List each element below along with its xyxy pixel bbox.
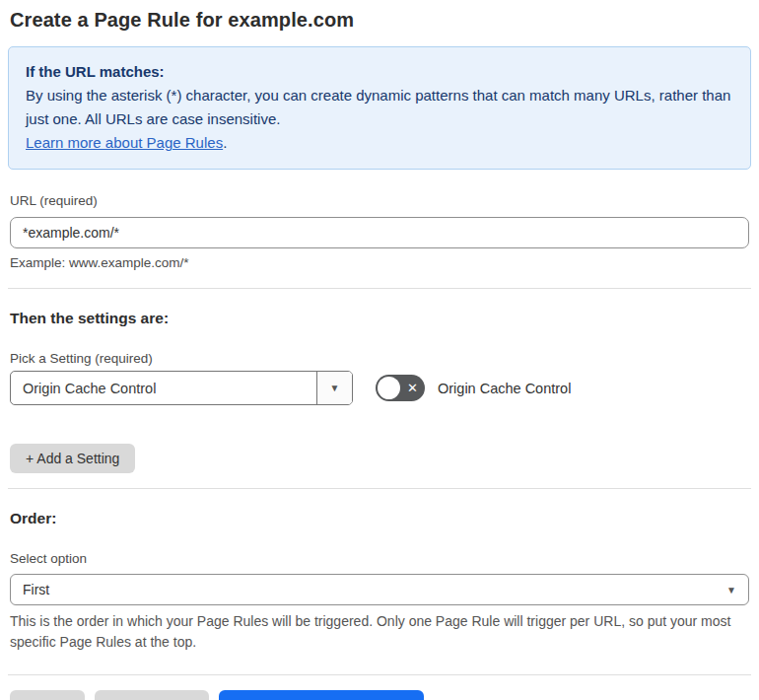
toggle-off-x-icon: ✕ (407, 382, 418, 394)
pick-setting-label: Pick a Setting (required) (10, 351, 749, 366)
page-rule-form: Create a Page Rule for example.com If th… (0, 0, 759, 700)
divider (8, 488, 751, 489)
toggle-label: Origin Cache Control (438, 381, 571, 396)
order-section-heading: Order: (10, 510, 749, 527)
chevron-down-icon: ▼ (330, 383, 340, 393)
url-match-info-box: If the URL matches: By using the asteris… (8, 46, 751, 170)
order-select-value: First (23, 582, 726, 597)
url-input[interactable] (10, 217, 749, 248)
url-field-label: URL (required) (10, 193, 749, 208)
divider (8, 288, 751, 289)
toggle-knob (378, 377, 400, 399)
url-example-helper: Example: www.example.com/* (10, 255, 749, 270)
info-box-link-line: Learn more about Page Rules. (26, 131, 733, 155)
link-period: . (223, 134, 227, 151)
info-box-body: By using the asterisk (*) character, you… (26, 84, 733, 131)
caret-down-icon: ▼ (726, 585, 736, 595)
info-box-heading: If the URL matches: (26, 60, 733, 84)
save-and-deploy-button[interactable]: Save and Deploy Page Rule (219, 690, 424, 700)
settings-section-heading: Then the settings are: (10, 310, 749, 327)
order-select-label: Select option (10, 551, 749, 566)
order-select[interactable]: First ▼ (10, 574, 749, 605)
cancel-button[interactable]: Cancel (10, 690, 85, 700)
footer-actions: Cancel Save as Draft Save and Deploy Pag… (10, 690, 749, 700)
setting-dropdown-value: Origin Cache Control (11, 372, 316, 404)
add-setting-button[interactable]: + Add a Setting (10, 444, 135, 473)
setting-dropdown[interactable]: Origin Cache Control ▼ (10, 371, 353, 405)
divider (8, 674, 751, 675)
order-helper-text: This is the order in which your Page Rul… (10, 611, 747, 653)
setting-row: Origin Cache Control ▼ ✕ Origin Cache Co… (10, 371, 749, 405)
page-title: Create a Page Rule for example.com (10, 8, 749, 32)
save-as-draft-button[interactable]: Save as Draft (95, 690, 210, 700)
origin-cache-control-toggle[interactable]: ✕ (376, 375, 425, 401)
learn-more-link[interactable]: Learn more about Page Rules (26, 134, 223, 151)
dropdown-arrow-button[interactable]: ▼ (316, 372, 352, 404)
